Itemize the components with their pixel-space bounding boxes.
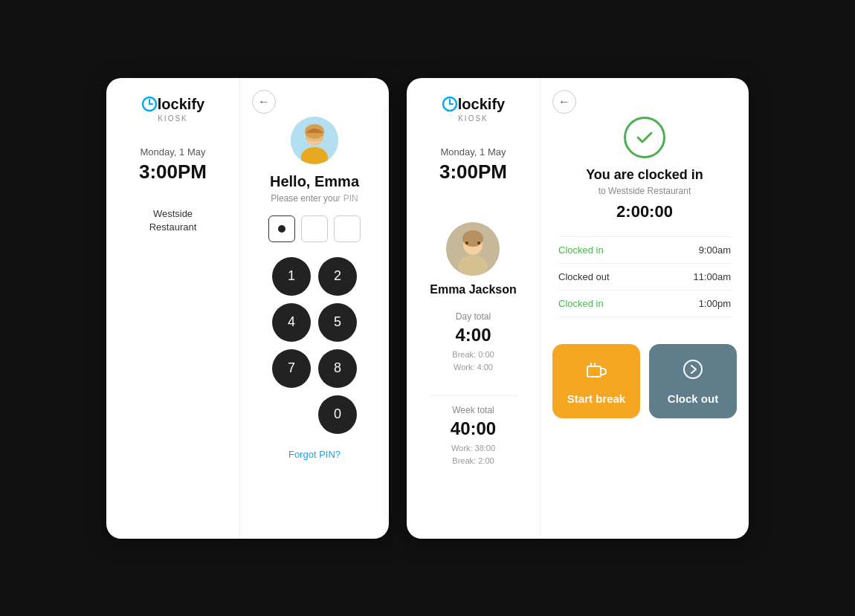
sidebar-avatar-img bbox=[446, 222, 500, 276]
week-total-label: Week total bbox=[430, 405, 517, 415]
logo-1: lockify KIOSK bbox=[141, 96, 204, 123]
svg-point-17 bbox=[465, 241, 468, 244]
action-buttons: Start break Clock out bbox=[541, 332, 749, 430]
svg-point-16 bbox=[462, 230, 483, 247]
status-panel: ← You are clocked in to Westside Restaur… bbox=[541, 78, 749, 539]
check-svg bbox=[634, 127, 655, 148]
clock-out-button[interactable]: Clock out bbox=[649, 344, 737, 418]
tablet2-sidebar: lockify KIOSK Monday, 1 May 3:00PM bbox=[407, 78, 541, 539]
tablet1-sidebar: lockify KIOSK Monday, 1 May 3:00PM Wests… bbox=[106, 78, 240, 539]
sidebar-user-name: Emma Jackson bbox=[430, 283, 517, 296]
key-8[interactable]: 8 bbox=[318, 349, 357, 388]
back-arrow-2: ← bbox=[558, 96, 570, 108]
kiosk-label-1: KIOSK bbox=[158, 114, 188, 123]
clockout-icon bbox=[681, 357, 705, 385]
key-5[interactable]: 5 bbox=[318, 303, 357, 342]
sidebar-user-avatar bbox=[446, 222, 500, 276]
kiosk-label-2: KIOSK bbox=[458, 114, 488, 123]
log-time-3: 1:00pm bbox=[699, 298, 731, 309]
key-7[interactable]: 7 bbox=[272, 349, 311, 388]
sidebar-time-2: 3:00PM bbox=[439, 161, 507, 184]
hello-text: Hello, Emma bbox=[270, 173, 359, 190]
clocked-in-subtitle: to Westside Restaurant bbox=[598, 186, 691, 196]
user-avatar-1 bbox=[291, 117, 338, 164]
clock-icon bbox=[141, 96, 158, 112]
start-break-button[interactable]: Start break bbox=[552, 344, 640, 418]
pin-dots bbox=[268, 215, 361, 242]
key-1[interactable]: 1 bbox=[272, 257, 311, 296]
back-arrow-1: ← bbox=[258, 96, 270, 108]
pin-dot-2 bbox=[301, 215, 328, 242]
pin-dot-3 bbox=[334, 215, 361, 242]
clocked-in-title: You are clocked in bbox=[586, 167, 703, 183]
avatar-image-1 bbox=[291, 117, 338, 164]
sidebar-date-1: Monday, 1 May bbox=[141, 146, 206, 158]
clock-icon-2 bbox=[442, 96, 458, 112]
key-0[interactable]: 0 bbox=[318, 395, 357, 434]
week-break: Break: 2:00 bbox=[430, 455, 517, 468]
week-total-value: 40:00 bbox=[430, 418, 517, 439]
week-work: Work: 38:00 bbox=[430, 442, 517, 455]
clocked-in-check bbox=[624, 117, 665, 158]
key-4[interactable]: 4 bbox=[272, 303, 311, 342]
day-total-section: Day total 4:00 Break: 0:00 Work: 4:00 bbox=[430, 311, 517, 375]
log-row-2: Clocked out 11:00am bbox=[558, 264, 731, 291]
elapsed-time: 2:00:00 bbox=[616, 202, 673, 221]
svg-rect-19 bbox=[587, 366, 601, 377]
sidebar-date-2: Monday, 1 May bbox=[441, 146, 506, 158]
start-break-label: Start break bbox=[567, 392, 625, 405]
scene: lockify KIOSK Monday, 1 May 3:00PM Wests… bbox=[106, 78, 749, 539]
tablet-1: lockify KIOSK Monday, 1 May 3:00PM Wests… bbox=[106, 78, 389, 539]
log-time-2: 11:00am bbox=[693, 271, 731, 282]
coffee-icon bbox=[584, 357, 608, 381]
day-total-label: Day total bbox=[430, 311, 517, 322]
time-log: Clocked in 9:00am Clocked out 11:00am Cl… bbox=[558, 236, 731, 317]
logo-text-2: lockify bbox=[458, 96, 505, 113]
break-icon bbox=[584, 357, 608, 385]
day-total-value: 4:00 bbox=[430, 325, 517, 346]
log-type-1: Clocked in bbox=[558, 244, 604, 256]
svg-point-18 bbox=[477, 241, 480, 244]
arrow-circle-icon bbox=[681, 357, 705, 381]
pin-dot-1 bbox=[268, 215, 295, 242]
back-button-2[interactable]: ← bbox=[552, 90, 576, 114]
logo-2: lockify KIOSK bbox=[442, 96, 505, 123]
pin-panel: ← Hello, Emma Please enter bbox=[240, 78, 389, 539]
forgot-pin-link[interactable]: Forgot PIN? bbox=[288, 449, 341, 460]
tablet-2: lockify KIOSK Monday, 1 May 3:00PM bbox=[407, 78, 749, 539]
log-row-3: Clocked in 1:00pm bbox=[558, 291, 731, 317]
log-time-1: 9:00am bbox=[699, 244, 731, 256]
sidebar-location-1: WestsideRestaurant bbox=[149, 207, 197, 234]
svg-point-22 bbox=[684, 360, 702, 378]
back-button-1[interactable]: ← bbox=[252, 90, 276, 114]
day-work: Work: 4:00 bbox=[430, 361, 517, 375]
logo-text-1: lockify bbox=[158, 96, 204, 113]
keypad: 1 2 4 5 7 8 0 bbox=[272, 257, 357, 434]
clock-out-label: Clock out bbox=[668, 392, 718, 405]
sidebar-user: Emma Jackson Day total 4:00 Break: 0:00 … bbox=[430, 222, 517, 480]
key-2[interactable]: 2 bbox=[318, 257, 357, 296]
day-break: Break: 0:00 bbox=[430, 348, 517, 362]
log-type-2: Clocked out bbox=[558, 271, 610, 282]
week-total-section: Week total 40:00 Work: 38:00 Break: 2:00 bbox=[430, 405, 517, 468]
divider-1 bbox=[430, 395, 517, 396]
pin-prompt: Please enter your PIN bbox=[271, 193, 358, 204]
sidebar-time-1: 3:00PM bbox=[139, 161, 207, 184]
log-row-1: Clocked in 9:00am bbox=[558, 236, 731, 264]
log-type-3: Clocked in bbox=[558, 298, 604, 309]
